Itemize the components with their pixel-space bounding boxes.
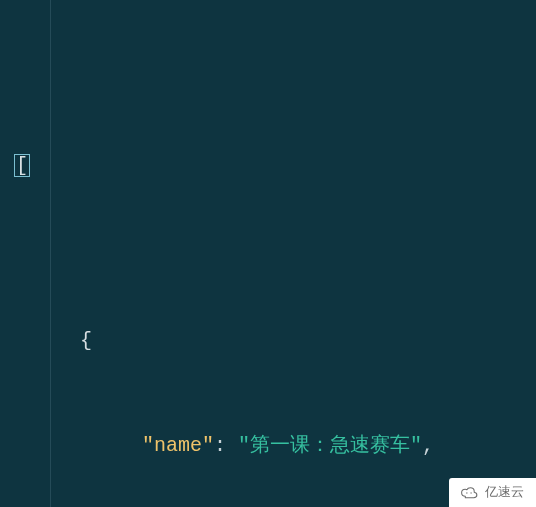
- code-editor[interactable]: [ { "name": "第一课：急速赛车", "url": "https://…: [0, 0, 536, 507]
- brace-open: {: [14, 323, 536, 358]
- prop-name: "name": "第一课：急速赛车",: [14, 428, 536, 463]
- array-open-bracket: [: [14, 154, 30, 177]
- line-bracket-open: [: [14, 148, 536, 183]
- watermark: 亿速云: [449, 478, 536, 507]
- svg-point-0: [466, 492, 467, 493]
- svg-point-1: [470, 492, 471, 493]
- watermark-text: 亿速云: [485, 481, 524, 504]
- cloud-icon: [459, 486, 480, 500]
